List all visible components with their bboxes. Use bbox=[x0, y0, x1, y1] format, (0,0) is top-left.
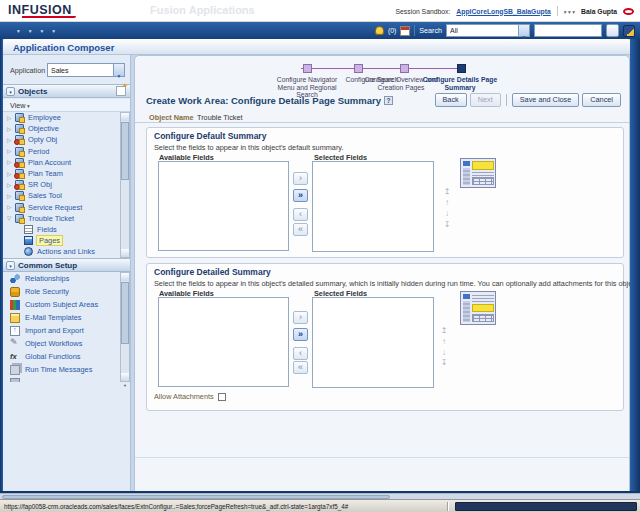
tree-item[interactable]: Objective bbox=[3, 123, 121, 134]
tree-scrollbar[interactable] bbox=[120, 112, 130, 258]
view-menu-button[interactable]: View bbox=[10, 101, 30, 110]
notifications-bell-icon[interactable] bbox=[375, 26, 384, 35]
move-right-button[interactable] bbox=[293, 311, 308, 324]
navbar-item[interactable] bbox=[17, 26, 20, 35]
expand-icon[interactable] bbox=[7, 204, 15, 210]
move-up-button[interactable] bbox=[439, 337, 449, 347]
list-item-partial[interactable] bbox=[3, 376, 121, 382]
application-composer-bar: Application Composer bbox=[3, 39, 630, 55]
tree-item-label: Plan Account bbox=[28, 158, 71, 167]
scrollbar-thumb[interactable] bbox=[121, 122, 129, 180]
tree-item[interactable]: Period bbox=[3, 146, 121, 157]
search-input[interactable] bbox=[534, 24, 602, 37]
move-all-right-button[interactable] bbox=[293, 189, 308, 202]
move-left-button[interactable] bbox=[293, 347, 308, 360]
tree-item[interactable]: Service Request bbox=[3, 202, 121, 213]
cancel-button[interactable]: Cancel bbox=[582, 93, 621, 107]
move-bottom-button[interactable] bbox=[442, 220, 452, 230]
list-item[interactable]: Role Security bbox=[3, 285, 121, 298]
tree-item[interactable]: Trouble Ticket bbox=[3, 213, 121, 224]
train-step[interactable]: Configure Details Page Summary bbox=[421, 64, 501, 91]
expand-icon[interactable] bbox=[7, 115, 15, 121]
main-navbar: (0) Search All bbox=[0, 22, 640, 39]
preview-side-block bbox=[463, 168, 470, 185]
common-items: Relationships Role Security Custom Subje… bbox=[3, 272, 121, 376]
preview-highlight bbox=[472, 161, 494, 170]
header-link[interactable] bbox=[571, 8, 575, 15]
search-scope-select[interactable]: All bbox=[446, 24, 530, 37]
save-and-close-button[interactable]: Save and Close bbox=[512, 93, 580, 107]
navbar-item[interactable] bbox=[52, 26, 55, 35]
scroll-up-icon[interactable] bbox=[121, 273, 129, 281]
selected-fields-list[interactable] bbox=[312, 297, 434, 388]
navbar-item[interactable] bbox=[29, 26, 32, 35]
advanced-search-icon[interactable] bbox=[623, 25, 635, 37]
scroll-down-icon[interactable] bbox=[121, 373, 129, 381]
setup-item-icon bbox=[10, 313, 20, 323]
move-down-button[interactable] bbox=[439, 348, 449, 358]
move-bottom-button[interactable] bbox=[439, 358, 449, 368]
move-down-button[interactable] bbox=[442, 209, 452, 219]
common-setup-header[interactable]: Common Setup bbox=[3, 258, 130, 272]
help-icon[interactable]: ? bbox=[384, 96, 393, 105]
list-item[interactable]: Import and Export bbox=[3, 324, 121, 337]
expand-icon[interactable] bbox=[7, 148, 15, 154]
tree-items: Employee Objective Opty Obj P bbox=[3, 112, 121, 224]
session-sandbox-link[interactable]: ApplCoreLongSB_BalaGupta bbox=[456, 8, 550, 15]
collapse-icon[interactable] bbox=[6, 261, 15, 270]
train-step-label: Configure Details Page Summary bbox=[421, 76, 499, 91]
scroll-up-icon[interactable] bbox=[121, 113, 129, 121]
chevron-down-icon[interactable] bbox=[113, 64, 124, 76]
back-button[interactable]: Back bbox=[435, 93, 467, 107]
navbar-item[interactable] bbox=[41, 26, 44, 35]
move-all-right-button[interactable] bbox=[293, 328, 308, 341]
expand-icon[interactable] bbox=[7, 193, 15, 199]
setup-item-icon bbox=[10, 378, 20, 383]
chevron-down-icon[interactable] bbox=[518, 25, 529, 36]
calendar-icon[interactable] bbox=[400, 26, 410, 36]
tree-child-item[interactable]: Actions and Links bbox=[3, 246, 121, 257]
tree-item[interactable]: Plan Account bbox=[3, 157, 121, 168]
common-scrollbar[interactable] bbox=[120, 272, 130, 382]
move-left-button[interactable] bbox=[293, 208, 308, 221]
tree-children: Fields Pages Actions and Links Security bbox=[3, 224, 121, 258]
expand-icon[interactable] bbox=[7, 215, 15, 221]
available-fields-list[interactable] bbox=[158, 297, 289, 387]
move-top-button[interactable] bbox=[439, 326, 449, 336]
move-right-button[interactable] bbox=[293, 172, 308, 185]
list-item[interactable]: Custom Subject Areas bbox=[3, 298, 121, 311]
page-title: Application Composer bbox=[13, 42, 114, 53]
new-object-icon[interactable] bbox=[116, 86, 126, 96]
tree-item[interactable]: SR Obj bbox=[3, 179, 121, 190]
move-up-button[interactable] bbox=[442, 198, 452, 208]
scroll-down-icon[interactable] bbox=[121, 249, 129, 257]
list-item[interactable]: Global Functions bbox=[3, 350, 121, 363]
tree-child-item[interactable]: Fields bbox=[3, 224, 121, 235]
tree-item[interactable]: Opty Obj bbox=[3, 134, 121, 145]
tree-item[interactable]: Employee bbox=[3, 112, 121, 123]
application-select[interactable]: Sales bbox=[47, 63, 125, 77]
selected-fields-list[interactable] bbox=[312, 161, 434, 252]
objects-section-header[interactable]: Objects bbox=[3, 84, 130, 98]
scrollbar-thumb[interactable] bbox=[121, 282, 129, 344]
allow-attachments-checkbox[interactable] bbox=[218, 393, 226, 401]
collapse-icon[interactable] bbox=[6, 87, 15, 96]
move-all-left-button[interactable] bbox=[293, 223, 308, 236]
move-top-button[interactable] bbox=[442, 187, 452, 197]
tree-child-item[interactable]: Pages bbox=[3, 235, 121, 246]
list-item[interactable]: Relationships bbox=[3, 272, 121, 285]
object-icon bbox=[15, 214, 24, 223]
tree-toolbar: View bbox=[3, 99, 130, 112]
setup-item-label: E-Mail Templates bbox=[25, 313, 82, 322]
list-item[interactable]: E-Mail Templates bbox=[3, 311, 121, 324]
page-header-row: Create Work Area: Configure Details Page… bbox=[135, 91, 629, 109]
tree-item[interactable]: Sales Tool bbox=[3, 190, 121, 201]
common-setup-list: Relationships Role Security Custom Subje… bbox=[3, 272, 121, 382]
list-item[interactable]: Object Workflows bbox=[3, 337, 121, 350]
tree-item[interactable]: Plan Team bbox=[3, 168, 121, 179]
list-item[interactable]: Run Time Messages bbox=[3, 363, 121, 376]
search-go-button[interactable] bbox=[606, 24, 619, 37]
expand-icon[interactable] bbox=[7, 126, 15, 132]
available-fields-list[interactable] bbox=[158, 161, 289, 251]
move-all-left-button[interactable] bbox=[293, 361, 308, 374]
